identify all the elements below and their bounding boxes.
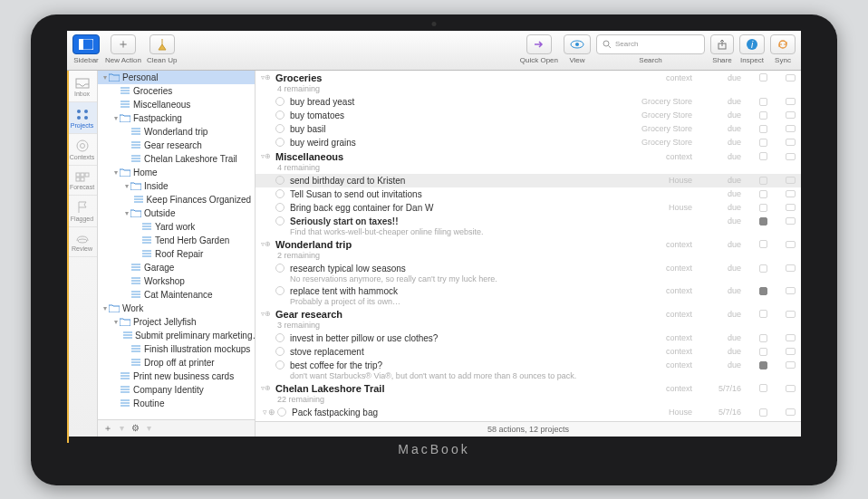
group-header[interactable]: ▿ ⊕Wonderland tripcontextdue (256, 237, 801, 252)
sidebar-item[interactable]: Cat Maintenance (98, 288, 255, 302)
flag-toggle[interactable] (759, 361, 767, 369)
group-header[interactable]: ▿ ⊕Miscellaneouscontextdue (256, 149, 801, 164)
flag-toggle[interactable] (759, 98, 767, 106)
new-action-button[interactable]: ＋ New Action (105, 34, 141, 64)
task-row[interactable]: buy tomatoesGrocery Storedue (256, 109, 801, 122)
nav-flagged[interactable]: Flagged (67, 196, 97, 227)
checkbox[interactable] (275, 124, 285, 133)
disclosure-arrow[interactable]: ▾ (123, 182, 130, 190)
disclosure-icon[interactable]: ▿ ⊕ (261, 310, 275, 318)
task-row[interactable]: ▿ ⊕Pack fastpacking bagHouse5/7/16 (256, 406, 801, 419)
sidebar-item[interactable]: Keep Finances Organized (98, 193, 255, 206)
view-button[interactable]: View (564, 34, 591, 64)
content-list[interactable]: ▿ ⊕Groceriescontextdue4 remainingbuy bre… (256, 71, 801, 421)
sidebar-item[interactable]: Wonderland trip (98, 125, 255, 139)
group-header[interactable]: ▿ ⊕Chelan Lakeshore Trailcontext5/7/16 (256, 381, 801, 396)
disclosure-arrow[interactable]: ▾ (112, 114, 120, 122)
checkbox[interactable] (275, 189, 285, 198)
flag-toggle[interactable] (759, 125, 767, 133)
sidebar-item[interactable]: Miscellaneous (98, 98, 255, 111)
flag-toggle[interactable] (759, 190, 767, 198)
share-button[interactable]: Share (710, 34, 734, 64)
task-row[interactable]: Seriously start on taxes!!due (256, 215, 801, 228)
quick-open-button[interactable]: Quick Open (520, 34, 558, 64)
disclosure-icon[interactable]: ▿ ⊕ (261, 240, 275, 248)
sidebar-item[interactable]: Groceries (98, 84, 255, 98)
disclosure-arrow[interactable]: ▾ (112, 168, 120, 177)
nav-forecast[interactable]: Forecast (67, 166, 97, 196)
group-header[interactable]: ▿ ⊕Groceriescontextdue (256, 71, 801, 85)
task-row[interactable]: invest in better pillow or use clothes?c… (256, 331, 801, 345)
disclosure-icon[interactable]: ▿ ⊕ (261, 384, 275, 392)
task-row[interactable]: Tell Susan to send out invitationsdue (256, 187, 801, 201)
nav-contexts[interactable]: Contexts (67, 134, 97, 166)
sidebar-item[interactable]: ▾Project Jellyfish (98, 315, 255, 329)
task-row[interactable]: buy bread yeastGrocery Storedue (256, 95, 801, 109)
search-tool[interactable]: Search Search (596, 34, 705, 64)
flag-toggle[interactable] (759, 408, 767, 417)
checkbox[interactable] (275, 347, 285, 356)
task-row[interactable]: send birthday card to KristenHousedue (256, 174, 801, 187)
sidebar-item[interactable]: Drop off at printer (98, 356, 255, 369)
task-row[interactable]: buy weird grainsGrocery Storedue (256, 136, 801, 149)
task-row[interactable]: buy basilGrocery Storedue (256, 122, 801, 136)
add-button[interactable]: ＋ (103, 422, 112, 435)
checkbox[interactable] (275, 286, 285, 295)
sidebar-item[interactable]: Print new business cards (98, 369, 255, 383)
flag-toggle[interactable] (759, 264, 767, 273)
task-row[interactable]: research typical low seasonscontextdue (256, 262, 801, 275)
flag-toggle[interactable] (759, 287, 767, 295)
checkbox[interactable] (275, 216, 285, 226)
disclosure-arrow[interactable]: ▾ (112, 318, 120, 326)
task-row[interactable]: replace tent with hammockcontextdue (256, 284, 801, 298)
checkbox[interactable] (275, 97, 285, 106)
task-row[interactable]: stove replacementcontextdue (256, 345, 801, 359)
sidebar-item[interactable]: Chelan Lakeshore Trail (98, 152, 255, 166)
nav-projects[interactable]: Projects (67, 102, 97, 134)
checkbox[interactable] (275, 333, 285, 342)
sidebar-item[interactable]: Routine (98, 397, 255, 410)
checkbox[interactable] (275, 203, 285, 212)
sidebar-item[interactable]: Company Identity (98, 383, 255, 397)
gear-button[interactable]: ⚙ (131, 423, 140, 433)
sidebar-item[interactable]: ▾Home (98, 166, 255, 179)
flag-toggle[interactable] (759, 334, 767, 342)
cleanup-button[interactable]: Clean Up (147, 34, 177, 64)
flag-toggle[interactable] (759, 217, 767, 226)
sidebar-item[interactable]: Tend Herb Garden (98, 234, 255, 247)
sidebar-toggle[interactable]: Sidebar (72, 34, 100, 64)
disclosure-arrow[interactable]: ▾ (101, 304, 109, 312)
sidebar-item[interactable]: ▾Fastpacking (98, 111, 255, 125)
sidebar-item[interactable]: ▾Personal (98, 71, 255, 84)
sidebar-item[interactable]: Gear research (98, 139, 255, 152)
checkbox[interactable] (275, 264, 285, 273)
disclosure-icon[interactable]: ▿ ⊕ (261, 73, 275, 82)
sidebar-item[interactable]: Yard work (98, 220, 255, 234)
sidebar-item[interactable]: ▾Work (98, 302, 255, 315)
sidebar-tree[interactable]: ▾PersonalGroceriesMiscellaneous▾Fastpack… (98, 71, 255, 418)
sidebar-item[interactable]: ▾Inside (98, 179, 255, 193)
checkbox[interactable] (275, 110, 285, 120)
checkbox[interactable] (275, 138, 285, 147)
sidebar-item[interactable]: Garage (98, 261, 255, 274)
task-row[interactable]: Bring back egg container for Dan WHoused… (256, 201, 801, 215)
nav-inbox[interactable]: Inbox (67, 72, 97, 102)
checkbox[interactable] (275, 360, 285, 369)
flag-toggle[interactable] (759, 204, 767, 212)
flag-toggle[interactable] (759, 111, 767, 120)
inspect-button[interactable]: i Inspect (739, 34, 765, 64)
task-row[interactable]: best coffee for the trip?contextdue (256, 359, 801, 372)
nav-review[interactable]: Review (67, 227, 97, 257)
disclosure-arrow[interactable]: ▾ (101, 73, 109, 82)
disclosure-arrow[interactable]: ▾ (123, 209, 130, 217)
group-header[interactable]: ▿ ⊕Gear researchcontextdue (256, 307, 801, 321)
sync-button[interactable]: Sync (770, 34, 796, 64)
disclosure-icon[interactable]: ▿ ⊕ (263, 408, 277, 417)
sidebar-item[interactable]: Finish illustration mockups (98, 342, 255, 356)
sidebar-item[interactable]: Roof Repair (98, 247, 255, 261)
flag-toggle[interactable] (759, 348, 767, 356)
sidebar-item[interactable]: ▾Outside (98, 206, 255, 220)
sidebar-item[interactable]: Workshop (98, 274, 255, 288)
flag-toggle[interactable] (759, 139, 767, 147)
flag-toggle[interactable] (759, 177, 767, 185)
